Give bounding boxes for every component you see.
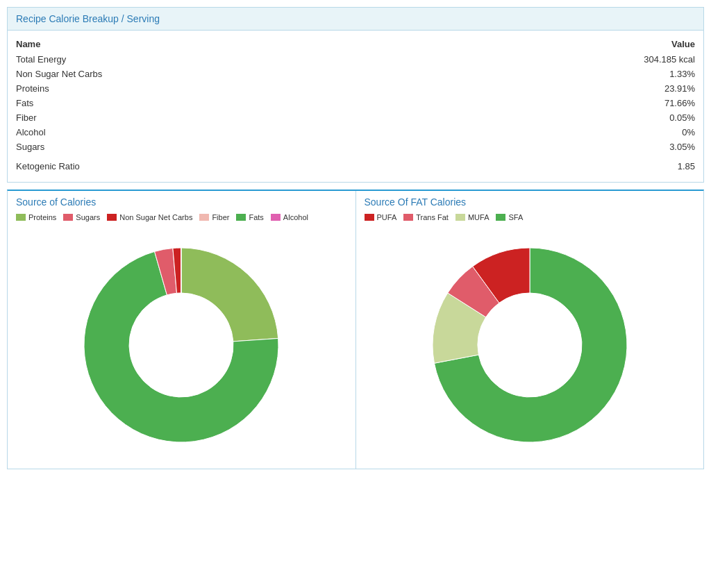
table-row: Fiber0.05% — [16, 110, 695, 125]
source-of-fat-panel: Source Of FAT Calories PUFATrans FatMUFA… — [356, 191, 704, 469]
right-chart-legend: PUFATrans FatMUFASFA — [365, 213, 696, 221]
legend-label: PUFA — [377, 213, 397, 221]
right-donut-chart — [426, 241, 634, 449]
row-name: Sugars — [16, 140, 442, 154]
row-name: Ketogenic Ratio — [16, 154, 442, 174]
row-name: Non Sugar Net Carbs — [16, 67, 442, 81]
table-row: Non Sugar Net Carbs1.33% — [16, 67, 695, 81]
legend-color — [16, 214, 26, 221]
legend-label: Proteins — [28, 213, 56, 221]
legend-item: MUFA — [455, 213, 490, 221]
row-name: Alcohol — [16, 125, 442, 140]
table-row: Fats71.66% — [16, 96, 695, 110]
donut-segment — [181, 248, 278, 342]
row-name: Proteins — [16, 81, 442, 96]
legend-color — [63, 214, 73, 221]
legend-item: Sugars — [63, 213, 100, 221]
legend-label: Fats — [249, 213, 263, 221]
legend-item: SFA — [496, 213, 523, 221]
row-name: Total Energy — [16, 52, 442, 67]
right-donut-wrapper — [365, 227, 696, 463]
legend-item: Fiber — [199, 213, 229, 221]
row-value: 1.85 — [442, 154, 695, 174]
legend-label: SFA — [508, 213, 523, 221]
legend-item: Proteins — [16, 213, 56, 221]
left-chart-title: Source of Calories — [16, 196, 347, 208]
legend-item: Non Sugar Net Carbs — [107, 213, 192, 221]
legend-color — [496, 214, 505, 221]
legend-color — [199, 214, 209, 221]
legend-item: Trans Fat — [403, 213, 449, 221]
row-value: 1.33% — [442, 67, 695, 81]
legend-item: Fats — [236, 213, 263, 221]
row-name: Fats — [16, 96, 442, 110]
legend-label: Sugars — [76, 213, 100, 221]
left-donut-chart — [77, 241, 285, 449]
table-separator-row: Ketogenic Ratio1.85 — [16, 154, 695, 174]
legend-color — [403, 214, 413, 221]
legend-item: Alcohol — [271, 213, 308, 221]
row-value: 0% — [442, 125, 695, 140]
table-row: Sugars3.05% — [16, 140, 695, 154]
section-title: Recipe Calorie Breakup / Serving — [7, 7, 704, 31]
legend-color — [236, 214, 246, 221]
table-row: Proteins23.91% — [16, 81, 695, 96]
legend-label: Trans Fat — [416, 213, 449, 221]
legend-label: Fiber — [212, 213, 229, 221]
row-value: 71.66% — [442, 96, 695, 110]
legend-color — [271, 214, 281, 221]
right-chart-title: Source Of FAT Calories — [365, 196, 696, 208]
legend-label: MUFA — [468, 213, 490, 221]
col-name-header: Name — [16, 36, 442, 52]
row-value: 0.05% — [442, 110, 695, 125]
left-donut-wrapper — [16, 227, 347, 463]
legend-color — [107, 214, 117, 221]
legend-item: PUFA — [365, 213, 397, 221]
legend-color — [455, 214, 465, 221]
calorie-table: Name Value Total Energy304.185 kcalNon S… — [16, 36, 695, 174]
row-name: Fiber — [16, 110, 442, 125]
left-chart-legend: ProteinsSugarsNon Sugar Net CarbsFiberFa… — [16, 213, 347, 221]
legend-color — [365, 214, 374, 221]
row-value: 3.05% — [442, 140, 695, 154]
source-of-calories-panel: Source of Calories ProteinsSugarsNon Sug… — [8, 191, 356, 469]
row-value: 23.91% — [442, 81, 695, 96]
table-row: Alcohol0% — [16, 125, 695, 140]
col-value-header: Value — [442, 36, 695, 52]
legend-label: Alcohol — [283, 213, 308, 221]
row-value: 304.185 kcal — [442, 52, 695, 67]
table-row: Total Energy304.185 kcal — [16, 52, 695, 67]
legend-label: Non Sugar Net Carbs — [119, 213, 192, 221]
